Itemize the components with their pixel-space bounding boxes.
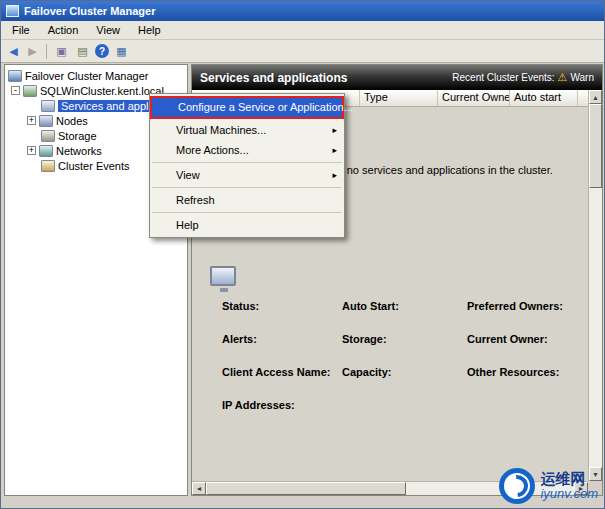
back-icon[interactable]: ◀ bbox=[6, 45, 21, 58]
tree-item-root[interactable]: Failover Cluster Manager bbox=[5, 68, 187, 83]
tree-item-label: SQLWinCluster.kent.local bbox=[40, 85, 164, 97]
field-status: Status: bbox=[222, 300, 342, 312]
summary-fields: Status: Auto Start: Preferred Owners: Al… bbox=[222, 300, 580, 411]
scroll-up-icon[interactable]: ▲ bbox=[589, 90, 602, 104]
menu-item-more-actions[interactable]: More Actions... bbox=[150, 140, 344, 160]
field-capacity: Capacity: bbox=[342, 366, 467, 378]
title-bar[interactable]: Failover Cluster Manager bbox=[1, 1, 604, 21]
tree-item-label: Networks bbox=[56, 145, 102, 157]
menu-item-help[interactable]: Help bbox=[150, 215, 344, 235]
expand-icon[interactable]: + bbox=[27, 146, 36, 155]
events-label: Recent Cluster Events: bbox=[452, 72, 554, 83]
warning-icon: ⚠ bbox=[558, 71, 568, 84]
field-storage: Storage: bbox=[342, 333, 467, 345]
window-title: Failover Cluster Manager bbox=[24, 5, 155, 17]
show-console-tree-icon[interactable]: ▣ bbox=[53, 43, 70, 59]
menu-item-view[interactable]: View bbox=[150, 165, 344, 185]
forward-icon[interactable]: ▶ bbox=[25, 45, 40, 58]
context-menu: Configure a Service or Application... Vi… bbox=[149, 93, 345, 238]
pane-title: Services and applications bbox=[200, 71, 446, 85]
vertical-scrollbar[interactable]: ▲ ▼ bbox=[588, 90, 602, 481]
cluster-icon bbox=[23, 85, 37, 97]
tree-item-label: Storage bbox=[58, 130, 97, 142]
field-current-owner: Current Owner: bbox=[467, 333, 588, 345]
field-other-resources: Other Resources: bbox=[467, 366, 588, 378]
red-annotation-box: Configure a Service or Application... bbox=[150, 96, 344, 119]
watermark-domain: iyunv.com bbox=[540, 487, 598, 502]
results-pane-header: Services and applications Recent Cluster… bbox=[192, 65, 602, 90]
horizontal-scroll-thumb[interactable] bbox=[206, 482, 406, 495]
help-icon[interactable]: ? bbox=[95, 44, 109, 58]
menu-separator bbox=[152, 212, 342, 213]
scroll-left-icon[interactable]: ◄ bbox=[192, 482, 206, 495]
tree-item-label: Failover Cluster Manager bbox=[25, 70, 149, 82]
services-and-applications-icon bbox=[210, 266, 236, 286]
field-client-access-name: Client Access Name: bbox=[222, 366, 342, 378]
events-link[interactable]: Warn bbox=[570, 72, 594, 83]
vertical-scroll-thumb[interactable] bbox=[589, 104, 602, 188]
column-header-type[interactable]: Type bbox=[360, 90, 438, 106]
column-header-current-owner[interactable]: Current Owner bbox=[438, 90, 510, 106]
summary-details: Status: Auto Start: Preferred Owners: Al… bbox=[206, 266, 580, 411]
expand-icon[interactable]: + bbox=[27, 116, 36, 125]
app-icon bbox=[6, 5, 19, 17]
new-window-icon[interactable]: ▦ bbox=[113, 43, 130, 59]
storage-icon bbox=[41, 130, 55, 142]
field-preferred-owners: Preferred Owners: bbox=[467, 300, 588, 312]
menu-bar: File Action View Help bbox=[1, 21, 604, 40]
watermark-title: 运维网 bbox=[540, 470, 598, 487]
toolbar-separator bbox=[46, 44, 47, 59]
collapse-icon[interactable]: - bbox=[11, 86, 20, 95]
networks-icon bbox=[39, 145, 53, 157]
failover-cluster-manager-window: Failover Cluster Manager File Action Vie… bbox=[0, 0, 605, 509]
toolbar: ◀ ▶ ▣ ▤ ? ▦ bbox=[1, 40, 604, 63]
menu-view[interactable]: View bbox=[87, 22, 129, 38]
menu-item-virtual-machines[interactable]: Virtual Machines... bbox=[150, 120, 344, 140]
cluster-manager-icon bbox=[8, 70, 22, 82]
field-alerts: Alerts: bbox=[222, 333, 342, 345]
iyunv-watermark: 运维网 iyunv.com bbox=[499, 468, 598, 504]
iyunv-logo-icon bbox=[499, 468, 535, 504]
menu-separator bbox=[152, 162, 342, 163]
menu-separator bbox=[152, 187, 342, 188]
recent-cluster-events: Recent Cluster Events: ⚠ Warn bbox=[452, 71, 594, 84]
services-icon bbox=[41, 100, 55, 112]
field-ip-addresses: IP Addresses: bbox=[222, 399, 342, 411]
tree-item-label: Cluster Events bbox=[58, 160, 130, 172]
cluster-events-icon bbox=[41, 160, 55, 172]
tree-item-label: Nodes bbox=[56, 115, 88, 127]
menu-item-refresh[interactable]: Refresh bbox=[150, 190, 344, 210]
column-header-auto-start[interactable]: Auto start bbox=[510, 90, 578, 106]
export-list-icon[interactable]: ▤ bbox=[74, 43, 91, 59]
menu-file[interactable]: File bbox=[3, 22, 39, 38]
field-auto-start: Auto Start: bbox=[342, 300, 467, 312]
nodes-icon bbox=[39, 115, 53, 127]
menu-help[interactable]: Help bbox=[129, 22, 170, 38]
menu-item-configure-service-or-application[interactable]: Configure a Service or Application... bbox=[152, 98, 342, 117]
menu-action[interactable]: Action bbox=[39, 22, 88, 38]
